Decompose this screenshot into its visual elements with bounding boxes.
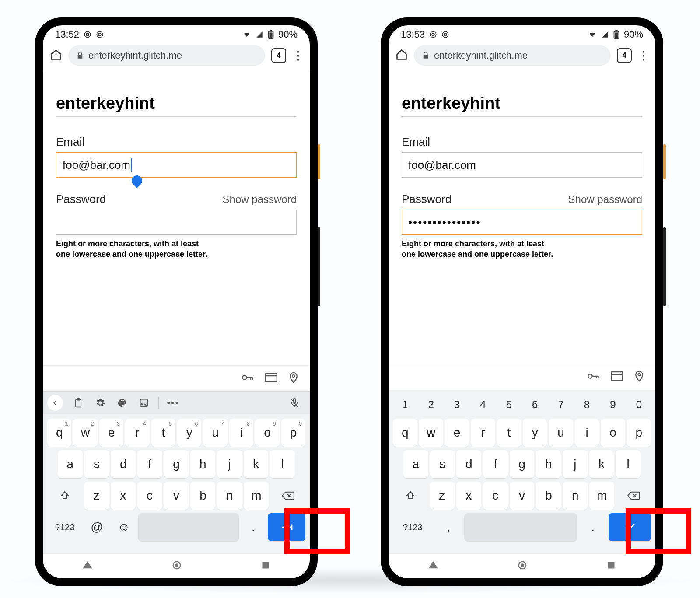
key-n[interactable]: n xyxy=(563,482,588,510)
nav-recent-icon[interactable] xyxy=(607,561,616,571)
backspace-key[interactable] xyxy=(616,482,651,510)
key-l[interactable]: l xyxy=(616,450,640,478)
key-e[interactable]: e xyxy=(445,419,469,447)
show-password-toggle[interactable]: Show password xyxy=(568,193,642,206)
cursor-handle[interactable] xyxy=(130,173,144,188)
key-r[interactable]: r xyxy=(471,419,495,447)
key-x[interactable]: x xyxy=(111,482,136,510)
key-b[interactable]: b xyxy=(190,482,215,510)
key-v[interactable]: v xyxy=(510,482,535,510)
key-o[interactable]: o xyxy=(601,419,625,447)
key-2[interactable]: 2 xyxy=(419,394,443,415)
key-v[interactable]: v xyxy=(164,482,189,510)
key-icon[interactable] xyxy=(587,372,599,382)
password-field[interactable]: ••••••••••••••• xyxy=(402,210,642,235)
shift-key[interactable] xyxy=(47,482,82,510)
shift-key[interactable] xyxy=(393,482,428,510)
key-5[interactable]: 5 xyxy=(497,394,521,415)
email-field[interactable]: foo@bar.com xyxy=(56,152,297,178)
comma-key[interactable]: , xyxy=(434,513,462,541)
key-3[interactable]: 3 xyxy=(445,394,469,415)
location-icon[interactable] xyxy=(289,372,298,385)
email-field[interactable]: foo@bar.com xyxy=(402,152,642,178)
key-t[interactable]: t xyxy=(497,419,521,447)
key-p[interactable]: p xyxy=(627,419,651,447)
gear-icon[interactable] xyxy=(89,398,111,408)
home-icon[interactable] xyxy=(50,49,62,63)
key-s[interactable]: s xyxy=(430,450,455,478)
location-icon[interactable] xyxy=(634,371,644,384)
card-icon[interactable] xyxy=(265,373,277,384)
period-key[interactable]: . xyxy=(579,513,607,541)
key-b[interactable]: b xyxy=(536,482,561,510)
key-n[interactable]: n xyxy=(217,482,242,510)
mic-off-icon[interactable] xyxy=(284,398,305,408)
key-8[interactable]: 8 xyxy=(575,394,599,415)
period-key[interactable]: . xyxy=(241,513,266,541)
key-x[interactable]: x xyxy=(456,482,481,510)
key-e[interactable]: e3 xyxy=(99,419,123,447)
key-7[interactable]: 7 xyxy=(549,394,573,415)
key-l[interactable]: l xyxy=(270,450,295,478)
key-g[interactable]: g xyxy=(510,450,535,478)
key-z[interactable]: z xyxy=(430,482,455,510)
key-f[interactable]: f xyxy=(483,450,508,478)
key-i[interactable]: i xyxy=(575,419,599,447)
space-key[interactable] xyxy=(464,513,577,541)
back-icon[interactable] xyxy=(47,395,63,411)
key-d[interactable]: d xyxy=(456,450,481,478)
show-password-toggle[interactable]: Show password xyxy=(223,193,297,206)
key-h[interactable]: h xyxy=(536,450,561,478)
nav-recent-icon[interactable] xyxy=(261,561,270,571)
key-y[interactable]: y xyxy=(523,419,547,447)
nav-back-icon[interactable] xyxy=(428,561,438,571)
menu-icon[interactable]: ⋮ xyxy=(638,54,648,57)
menu-icon[interactable]: ⋮ xyxy=(292,54,303,57)
nav-home-icon[interactable] xyxy=(518,560,527,572)
key-j[interactable]: j xyxy=(217,450,242,478)
key-g[interactable]: g xyxy=(164,450,189,478)
symbols-key[interactable]: ?123 xyxy=(393,513,432,541)
key-s[interactable]: s xyxy=(84,450,109,478)
key-w[interactable]: w xyxy=(419,419,443,447)
key-p[interactable]: p0 xyxy=(281,419,305,447)
palette-icon[interactable] xyxy=(111,398,133,408)
password-field[interactable] xyxy=(56,210,297,235)
key-z[interactable]: z xyxy=(84,482,109,510)
key-c[interactable]: c xyxy=(137,482,162,510)
key-a[interactable]: a xyxy=(403,450,428,478)
key-6[interactable]: 6 xyxy=(523,394,547,415)
key-r[interactable]: r4 xyxy=(125,419,149,447)
nav-back-icon[interactable] xyxy=(83,561,92,571)
key-h[interactable]: h xyxy=(190,450,215,478)
key-d[interactable]: d xyxy=(111,450,136,478)
key-9[interactable]: 9 xyxy=(601,394,625,415)
key-4[interactable]: 4 xyxy=(471,394,495,415)
tab-switcher[interactable]: 4 xyxy=(271,48,286,63)
emoji-key[interactable]: ☺ xyxy=(111,513,136,541)
key-k[interactable]: k xyxy=(589,450,614,478)
key-a[interactable]: a xyxy=(58,450,83,478)
key-o[interactable]: o9 xyxy=(255,419,279,447)
key-icon[interactable] xyxy=(242,373,254,384)
key-c[interactable]: c xyxy=(483,482,508,510)
key-k[interactable]: k xyxy=(244,450,269,478)
key-t[interactable]: t5 xyxy=(151,419,175,447)
tab-switcher[interactable]: 4 xyxy=(617,48,632,63)
key-w[interactable]: w2 xyxy=(73,419,97,447)
nav-home-icon[interactable] xyxy=(172,560,182,572)
more-icon[interactable]: ••• xyxy=(162,397,184,409)
key-f[interactable]: f xyxy=(137,450,162,478)
at-key[interactable]: @ xyxy=(84,513,110,541)
key-m[interactable]: m xyxy=(589,482,614,510)
home-icon[interactable] xyxy=(396,49,408,63)
space-key[interactable] xyxy=(138,513,239,541)
card-icon[interactable] xyxy=(611,371,623,383)
url-bar[interactable]: enterkeyhint.glitch.me xyxy=(68,45,265,66)
sticker-icon[interactable] xyxy=(133,399,155,407)
key-0[interactable]: 0 xyxy=(627,394,651,415)
key-m[interactable]: m xyxy=(244,482,269,510)
url-bar[interactable]: enterkeyhint.glitch.me xyxy=(414,45,611,66)
key-y[interactable]: y6 xyxy=(177,419,201,447)
symbols-key[interactable]: ?123 xyxy=(47,513,83,541)
